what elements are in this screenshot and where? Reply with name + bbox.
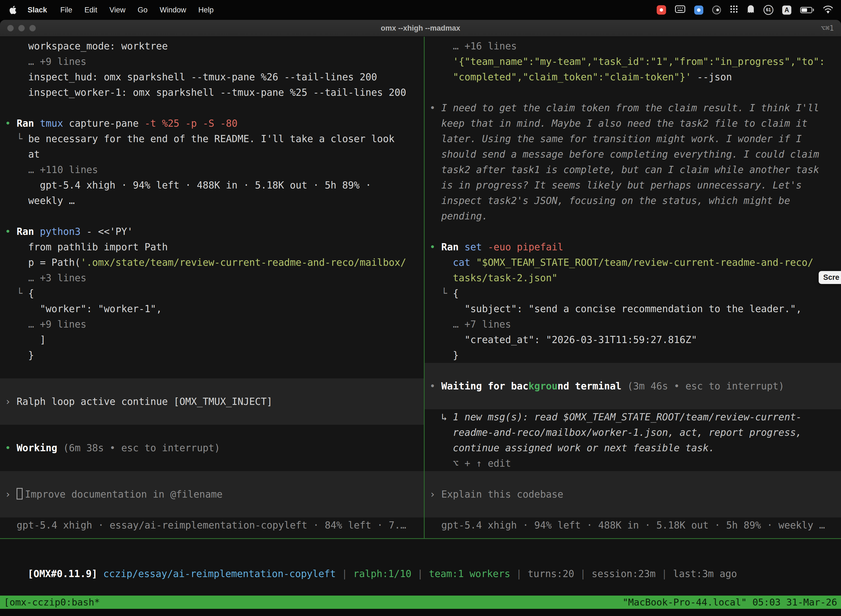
- text-segment: Ran: [16, 226, 34, 237]
- keyboard-icon[interactable]: [675, 5, 686, 15]
- dark-app-icon[interactable]: [712, 6, 721, 14]
- text-segment: set: [464, 242, 482, 252]
- text-segment: "completed","claim_token":"claim-token"}…: [429, 72, 691, 82]
- text-segment: gpt-5.4 xhigh · 94% left · 488K in · 5.1…: [5, 180, 371, 191]
- dots-grid-icon[interactable]: [730, 5, 738, 15]
- terminal-line: weekly …: [0, 193, 424, 208]
- text-segment: gpt-5.4 xhigh · essay/ai-reimplementatio…: [5, 520, 406, 531]
- menu-file[interactable]: File: [54, 6, 79, 14]
- terminal-line: gpt-5.4 xhigh · 94% left · 488K in · 5.1…: [425, 518, 841, 533]
- terminal-line: [425, 471, 841, 487]
- text-segment: [97, 568, 103, 579]
- text-segment: "subject": "send a concise recommendatio…: [429, 303, 802, 314]
- text-segment: └: [5, 288, 28, 299]
- menubar-menus: FileEditViewGoWindowHelp: [54, 6, 220, 14]
- text-segment: }: [429, 350, 459, 361]
- terminal-line: • I need to get the claim token from the…: [425, 100, 841, 116]
- text-segment: |: [336, 568, 353, 579]
- menu-help[interactable]: Help: [192, 6, 220, 14]
- ghost-app-icon[interactable]: [747, 5, 755, 15]
- terminal-line: [0, 471, 424, 487]
- omx-hud: [OMX#0.11.9] cczip/essay/ai-reimplementa…: [0, 539, 841, 595]
- text-segment: … +16 lines: [429, 41, 517, 51]
- menu-view[interactable]: View: [104, 6, 132, 14]
- text-segment: - <<'PY': [81, 226, 133, 237]
- terminal-line: gpt-5.4 xhigh · essay/ai-reimplementatio…: [0, 518, 424, 533]
- terminal-line: └ be necessary for the end of the README…: [0, 131, 424, 147]
- terminal-line: … +110 lines: [0, 162, 424, 177]
- text-segment: team:1 workers: [429, 568, 510, 579]
- text-segment: task2 after task1 is complete, but can I…: [429, 164, 819, 175]
- close-button[interactable]: [7, 25, 14, 31]
- terminal-line: }: [425, 348, 841, 363]
- battery-gauge-icon[interactable]: 61: [763, 5, 774, 15]
- text-segment: inspect_worker-1: omx sparkshell --tmux-…: [5, 87, 406, 98]
- wifi-icon[interactable]: [823, 5, 833, 15]
- text-segment: readme-and-reco/mailbox/worker-1.json, a…: [429, 427, 802, 438]
- terminal-line: pending.: [425, 208, 841, 224]
- text-segment: -euo pipefail: [488, 242, 563, 252]
- screen-recording-indicator-icon[interactable]: [657, 5, 666, 15]
- terminal-line: … +3 lines: [0, 270, 424, 286]
- text-segment: '.omx/state/team/review-current-readme-a…: [81, 257, 406, 268]
- text-segment: }: [5, 350, 34, 361]
- terminal-line: [425, 363, 841, 378]
- screen-notification[interactable]: Scre: [819, 271, 841, 284]
- terminal-line: from pathlib import Path: [0, 239, 424, 255]
- terminal-line: continue assigned work or next feasible …: [425, 440, 841, 456]
- text-segment: should send a message before completing …: [429, 149, 819, 160]
- text-segment: keep that in mind. Maybe I also need the…: [429, 118, 807, 129]
- terminal-line: inspect_hud: omx sparkshell --tmux-pane …: [0, 69, 424, 85]
- input-source-icon[interactable]: A: [782, 6, 791, 15]
- text-segment: |: [574, 568, 592, 579]
- terminal-line: [0, 456, 424, 471]
- terminal-line: • Ran set -euo pipefail: [425, 239, 841, 255]
- menu-edit[interactable]: Edit: [78, 6, 104, 14]
- text-segment: Ran: [16, 118, 34, 129]
- terminal-line: '{"team_name":"my-team","task_id":"1","f…: [425, 54, 841, 69]
- window-titlebar[interactable]: omx --xhigh --madmax ⌥⌘1: [0, 20, 841, 37]
- terminal-line: • Ran tmux capture-pane -t %25 -p -S -80: [0, 116, 424, 131]
- terminal-line: … +16 lines: [425, 38, 841, 54]
- tmux-host-clock-label: "MacBook-Pro-44.local" 05:03 31-Mar-26: [623, 595, 837, 609]
- terminal-line: [425, 502, 841, 518]
- terminal-line: later. Using the same for transition mig…: [425, 131, 841, 147]
- terminal-line: tasks/task-2.json": [425, 270, 841, 286]
- terminal-line: inspect task2's JSON, focusing on the st…: [425, 193, 841, 208]
- menu-bar: Slack FileEditViewGoWindowHelp 61 A: [0, 0, 841, 20]
- minimize-button[interactable]: [18, 25, 25, 31]
- right-pane[interactable]: … +16 lines '{"team_name":"my-team","tas…: [425, 37, 841, 538]
- text-segment: inspect task2's JSON, focusing on the st…: [429, 195, 790, 206]
- zoom-button[interactable]: [29, 25, 36, 31]
- text-segment: |: [412, 568, 429, 579]
- menu-go[interactable]: Go: [132, 6, 154, 14]
- text-segment: •: [429, 103, 441, 113]
- text-segment: "created_at": "2026-03-31T11:59:27.816Z": [429, 334, 697, 345]
- text-segment: └: [429, 288, 453, 299]
- text-segment: {: [28, 288, 34, 299]
- text-segment: "worker": "worker-1",: [5, 303, 162, 314]
- battery-icon[interactable]: [800, 7, 814, 13]
- text-segment: … +9 lines: [5, 319, 86, 330]
- tmux-status-bar: [omx-cczip0:bash* "MacBook-Pro-44.local"…: [0, 595, 841, 609]
- text-segment: [429, 257, 453, 268]
- text-segment: python3: [40, 226, 81, 237]
- left-pane[interactable]: workspace_mode: worktree … +9 lines insp…: [0, 37, 424, 538]
- text-segment: ›: [5, 489, 16, 500]
- text-segment: at: [5, 149, 40, 160]
- text-segment: ↳ 1 new msg(s): read $OMX_TEAM_STATE_ROO…: [429, 412, 802, 422]
- text-segment: •: [5, 118, 16, 129]
- apple-menu-icon[interactable]: [9, 5, 17, 15]
- text-segment: '{"team_name":"my-team","task_id":"1","f…: [429, 56, 825, 67]
- blue-app-icon[interactable]: [694, 6, 703, 15]
- terminal-line: › Explain this codebase: [425, 487, 841, 502]
- text-segment: Waiting for bac: [441, 381, 528, 392]
- text-segment: cat: [453, 257, 470, 268]
- active-app-menu[interactable]: Slack: [24, 6, 50, 14]
- text-segment: {: [453, 288, 459, 299]
- terminal-line: keep that in mind. Maybe I also need the…: [425, 116, 841, 131]
- terminal-line: [0, 425, 424, 440]
- text-segment: Improve documentation in @filename: [25, 489, 223, 500]
- menu-window[interactable]: Window: [154, 6, 192, 14]
- text-segment: Ralph loop active continue [OMX_TMUX_INJ…: [16, 396, 273, 407]
